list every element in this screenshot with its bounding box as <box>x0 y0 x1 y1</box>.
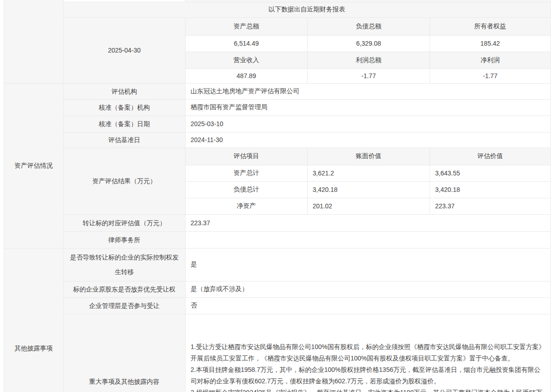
metric-label-operating-revenue: 营业收入 <box>186 52 308 69</box>
field-label-management-participation: 企业管理层是否参与受让 <box>64 297 186 314</box>
field-label-appraisal-agency: 评估机构 <box>64 83 186 99</box>
financial-report-date: 2025-04-30 <box>64 17 186 83</box>
metric-label-net-profit: 净利润 <box>430 52 551 69</box>
field-label-major-disclosure: 重大事项及其他披露内容 <box>64 314 186 392</box>
disclosure-table: 以下数据出自近期财务报表 2025-04-30 资产总额 负债总额 所有者权益 … <box>4 0 551 392</box>
field-label-control-transfer: 是否导致转让标的企业的实际控制权发生转移 <box>64 248 186 281</box>
eval-header-book-value: 账面价值 <box>308 148 430 165</box>
eval-assessed-value-total-assets: 3,643.55 <box>430 165 551 181</box>
asset-transfer-disclosure-page: 以下数据出自近期财务报表 2025-04-30 资产总额 负债总额 所有者权益 … <box>0 0 553 392</box>
metric-value-total-profit: -1.77 <box>308 69 430 83</box>
table-row-eval-result-header: 资产评估结果（万元） 评估项目 账面价值 评估价值 <box>4 148 551 165</box>
field-value-appraisal-agency: 山东冠达土地房地产资产评估有限公司 <box>186 83 551 99</box>
table-row-law-firm: 律师事务所 <box>4 231 551 248</box>
table-row-approval-agency: 核准（备案）机构 栖霞市国有资产监督管理局 <box>4 99 551 116</box>
table-row-approval-date: 核准（备案）日期 2025-03-10 <box>4 116 551 132</box>
table-row-financial-note: 以下数据出自近期财务报表 <box>4 2 551 17</box>
disclosure-paragraph-3: 3.根据烟新会审字[2024]25号《审计报告》，截至评估基准日，实收资本为11… <box>191 387 546 392</box>
table-row-appraisal-agency: 资产评估情况 评估机构 山东冠达土地房地产资产评估有限公司 <box>4 83 551 99</box>
section-label-cell-empty <box>4 0 64 83</box>
field-label-appraisal-base-date: 评估基准日 <box>64 132 186 148</box>
metric-value-net-profit: -1.77 <box>430 69 551 83</box>
field-value-appraisal-base-date: 2024-11-30 <box>186 132 551 148</box>
section-label-other-disclosure: 其他披露事项 <box>4 248 64 392</box>
field-value-law-firm <box>186 231 551 248</box>
section-label-asset-evaluation: 资产评估情况 <box>4 83 64 248</box>
field-value-preemptive-right: 是（放弃或不涉及） <box>186 281 551 297</box>
eval-assessed-value-net-assets: 223.37 <box>430 198 551 214</box>
field-value-major-disclosure: 1.受让方受让栖霞市安达民爆物品有限公司100%国有股权后，标的企业须按照《栖霞… <box>186 314 551 392</box>
metric-value-owners-equity: 185.42 <box>430 35 551 52</box>
field-label-transfer-assessed-value: 转让标的对应评估值（万元） <box>64 214 186 231</box>
table-row-control-transfer: 其他披露事项 是否导致转让标的企业的实际控制权发生转移 是 <box>4 248 551 281</box>
table-row-preemptive-right: 标的企业原股东是否放弃优先受让权 是（放弃或不涉及） <box>4 281 551 297</box>
metric-value-operating-revenue: 487.89 <box>186 69 308 83</box>
field-label-preemptive-right: 标的企业原股东是否放弃优先受让权 <box>64 281 186 297</box>
eval-item-net-assets: 净资产 <box>186 198 308 214</box>
field-label-approval-date: 核准（备案）日期 <box>64 116 186 132</box>
metric-value-total-liabilities: 6,329.08 <box>308 35 430 52</box>
table-row-metric-headers-1: 2025-04-30 资产总额 负债总额 所有者权益 <box>4 17 551 35</box>
table-row-appraisal-base-date: 评估基准日 2024-11-30 <box>4 132 551 148</box>
eval-book-value-net-assets: 201.02 <box>308 198 430 214</box>
field-value-transfer-assessed-value: 223.37 <box>186 214 551 231</box>
field-value-control-transfer: 是 <box>186 248 551 281</box>
field-label-law-firm: 律师事务所 <box>64 231 186 248</box>
metric-label-owners-equity: 所有者权益 <box>430 17 551 35</box>
table-row-transfer-assessed-value: 转让标的对应评估值（万元） 223.37 <box>4 214 551 231</box>
eval-item-total-liabilities: 负债总计 <box>186 181 308 198</box>
field-label-eval-result: 资产评估结果（万元） <box>64 148 186 214</box>
table-row-major-disclosure: 重大事项及其他披露内容 1.受让方受让栖霞市安达民爆物品有限公司100%国有股权… <box>4 314 551 392</box>
field-label-approval-agency: 核准（备案）机构 <box>64 99 186 116</box>
eval-book-value-total-assets: 3,621.2 <box>308 165 430 181</box>
field-value-management-participation: 否 <box>186 297 551 314</box>
eval-assessed-value-total-liabilities: 3,420.18 <box>430 181 551 198</box>
field-value-approval-date: 2025-03-10 <box>186 116 551 132</box>
disclosure-paragraph-2: 2.本项目挂牌金额1958.7万元，其中，标的企业100%股权挂牌价格1356万… <box>191 364 546 387</box>
metric-label-total-liabilities: 负债总额 <box>308 17 430 35</box>
metric-label-total-assets: 资产总额 <box>186 17 308 35</box>
field-value-approval-agency: 栖霞市国有资产监督管理局 <box>186 99 551 116</box>
eval-book-value-total-liabilities: 3,420.18 <box>308 181 430 198</box>
eval-header-item: 评估项目 <box>186 148 308 165</box>
eval-header-assessed-value: 评估价值 <box>430 148 551 165</box>
table-row-management-participation: 企业管理层是否参与受让 否 <box>4 297 551 314</box>
metric-value-total-assets: 6,514.49 <box>186 35 308 52</box>
metric-label-total-profit: 利润总额 <box>308 52 430 69</box>
financial-note: 以下数据出自近期财务报表 <box>64 2 551 17</box>
disclosure-paragraph-1: 1.受让方受让栖霞市安达民爆物品有限公司100%国有股权后，标的企业须按照《栖霞… <box>191 341 546 364</box>
eval-item-total-assets: 资产总计 <box>186 165 308 181</box>
